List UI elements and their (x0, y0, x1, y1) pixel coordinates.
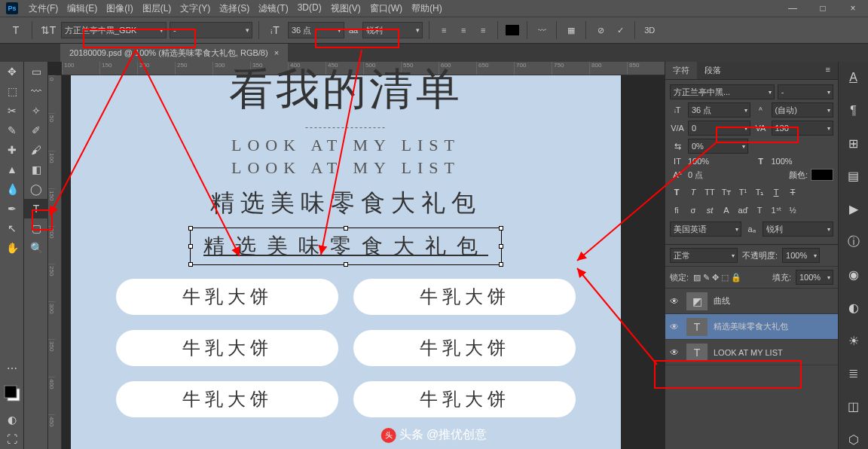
text-color-swatch[interactable] (504, 22, 521, 38)
char-size-dropdown[interactable]: 36 点 (688, 102, 750, 118)
font-family-dropdown[interactable]: 方正兰亭中黑_GBK (61, 22, 167, 38)
lock-icons[interactable]: ▨ ✎ ✥ ⬚ 🔒 (693, 273, 741, 283)
zoom-tool[interactable]: 🔍 (24, 238, 48, 258)
menu-item[interactable]: 编辑(E) (63, 1, 102, 17)
dodge-tool[interactable]: ◯ (24, 179, 48, 199)
bold-button[interactable]: T (670, 185, 683, 199)
italic-button[interactable]: T (686, 185, 700, 199)
menu-item[interactable]: 图层(L) (138, 1, 176, 17)
slice-tool[interactable]: ✐ (24, 121, 48, 140)
align-right-button[interactable]: ≡ (475, 22, 491, 38)
eraser-tool[interactable]: ◧ (24, 160, 48, 179)
ot-half[interactable]: ½ (786, 203, 799, 217)
superscript-button[interactable]: T¹ (736, 185, 750, 199)
menu-item[interactable]: 视图(V) (326, 1, 365, 17)
warp-text-button[interactable]: 〰 (533, 22, 550, 38)
menu-item[interactable]: 3D(D) (293, 1, 326, 17)
dock-swatches-icon[interactable]: ⊞ (844, 133, 863, 153)
allcaps-button[interactable]: TT (703, 185, 717, 199)
char-color-swatch[interactable] (811, 169, 833, 181)
hand-tool[interactable]: ✋ (0, 238, 24, 258)
pen-tool[interactable]: ✒ (0, 199, 24, 218)
orientation-toggle[interactable]: ⇅T (38, 20, 58, 40)
clone-tool[interactable]: ▲ (0, 160, 24, 179)
brush-tool[interactable]: 🖌 (24, 140, 48, 160)
healing-tool[interactable]: ✚ (0, 140, 24, 160)
dock-char-icon[interactable]: A (844, 68, 863, 87)
screenmode-tool[interactable]: ⛶ (0, 429, 24, 449)
artboard-tool[interactable]: ▭ (24, 62, 48, 81)
align-center-button[interactable]: ≡ (455, 22, 472, 38)
3d-button[interactable]: 3D (641, 22, 658, 38)
dock-actions-icon[interactable]: ▶ (844, 200, 863, 219)
visibility-icon[interactable]: 👁 (670, 347, 680, 358)
char-leading-dropdown[interactable]: (自动) (772, 102, 834, 118)
dock-para-icon[interactable]: ¶ (844, 101, 863, 121)
menu-item[interactable]: 滤镜(T) (254, 1, 292, 17)
ot-a[interactable]: A (720, 203, 733, 217)
crop-tool[interactable]: ✂ (0, 101, 24, 121)
dock-paths-icon[interactable]: ⬡ (844, 429, 863, 449)
dock-channels-icon[interactable]: ◫ (844, 397, 863, 417)
document-canvas[interactable]: 看我的清单 ------------------ LOOK AT MY LIST… (71, 75, 621, 449)
char-aa-dropdown[interactable]: 锐利 (763, 221, 834, 237)
move-tool[interactable]: ✥ (0, 62, 24, 81)
path-tool[interactable]: ↖ (0, 218, 24, 238)
ot-1st[interactable]: 1ˢᵗ (769, 203, 783, 217)
ot-sigma[interactable]: σ (686, 203, 700, 217)
eyedropper-tool[interactable]: ✎ (0, 121, 24, 140)
font-style-dropdown[interactable]: - (170, 22, 252, 38)
char-panel-button[interactable]: ▦ (563, 22, 579, 38)
char-kerning-dropdown[interactable]: 0 (688, 121, 750, 136)
minimize-button[interactable]: — (778, 0, 808, 17)
blend-mode-dropdown[interactable]: 正常 (670, 248, 738, 263)
dock-info-icon[interactable]: ⓘ (844, 232, 863, 252)
menu-item[interactable]: 文件(F) (24, 1, 63, 17)
ot-t[interactable]: T (753, 203, 766, 217)
maximize-button[interactable]: □ (808, 0, 838, 17)
dock-history-icon[interactable]: ▤ (844, 166, 863, 186)
underline-button[interactable]: T (769, 185, 783, 199)
menu-item[interactable]: 选择(S) (215, 1, 254, 17)
visibility-icon[interactable]: 👁 (670, 322, 680, 332)
active-text-layer[interactable]: 精选美味零食大礼包 (194, 229, 497, 264)
marquee-tool[interactable]: ⬚ (0, 81, 24, 101)
char-lang-dropdown[interactable]: 美国英语 (670, 221, 741, 237)
ot-fi[interactable]: fi (670, 203, 683, 217)
wand-tool[interactable]: ✧ (24, 101, 48, 121)
antialias-dropdown[interactable]: 锐利 (362, 22, 423, 38)
char-scale-dropdown[interactable]: 0% (688, 139, 748, 154)
strike-button[interactable]: T (786, 185, 799, 199)
layer-row[interactable]: 👁◩曲线 (665, 289, 838, 314)
opacity-dropdown[interactable]: 100% (782, 248, 820, 263)
layer-row[interactable]: 👁TLOOK AT MY LIST (665, 340, 838, 365)
ot-ad[interactable]: aď (736, 203, 750, 217)
dock-adjust-icon[interactable]: ☀ (844, 331, 863, 350)
cancel-icon[interactable]: ⊘ (592, 22, 609, 38)
shape-tool[interactable]: ▢ (24, 218, 48, 238)
align-left-button[interactable]: ≡ (436, 22, 452, 38)
fill-dropdown[interactable]: 100% (796, 270, 833, 285)
visibility-icon[interactable]: 👁 (670, 296, 680, 307)
dock-layers-icon[interactable]: ≣ (844, 364, 863, 383)
font-size-dropdown[interactable]: 36 点 (288, 22, 344, 38)
menu-item[interactable]: 帮助(H) (407, 1, 447, 17)
commit-icon[interactable]: ✓ (612, 22, 628, 38)
panel-menu-icon[interactable]: ≡ (818, 62, 838, 79)
menu-item[interactable]: 图像(I) (102, 1, 137, 17)
document-tab[interactable]: 20180009.psd @ 100% (精选美味零食大礼包, RGB/8) × (60, 44, 288, 62)
smallcaps-button[interactable]: Tᴛ (720, 185, 733, 199)
edit-toolbar[interactable]: ⋯ (0, 359, 24, 378)
menu-item[interactable]: 窗口(W) (365, 1, 407, 17)
para-tab[interactable]: 段落 (697, 62, 729, 79)
menu-item[interactable]: 文字(Y) (176, 1, 215, 17)
type-tool[interactable]: T (24, 199, 48, 218)
document-tab-close[interactable]: × (274, 48, 279, 57)
dock-color-icon[interactable]: ◐ (844, 298, 863, 318)
layer-row[interactable]: 👁T精选美味零食大礼包 (665, 314, 838, 340)
lasso-tool[interactable]: 〰 (24, 81, 48, 101)
color-swatch[interactable] (3, 384, 20, 404)
quickmask-tool[interactable]: ◐ (0, 410, 24, 429)
close-button[interactable]: × (838, 0, 868, 17)
blur-tool[interactable]: 💧 (0, 179, 24, 199)
